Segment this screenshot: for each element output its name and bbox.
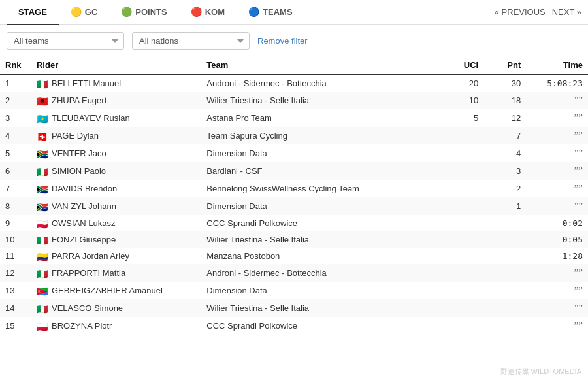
cell-pnt [483, 282, 526, 299]
cell-team: Dimension Data [201, 197, 441, 215]
cell-team: Manzana Postobon [201, 248, 441, 264]
rider-name: FONZI Giuseppe [52, 235, 116, 244]
cell-team: Androni - Sidermec - Bottecchia [201, 264, 441, 282]
cell-rnk: 6 [0, 162, 31, 180]
rider-name: PAGE Dylan [52, 131, 99, 141]
cell-pnt: 2 [483, 180, 526, 197]
rider-flag: 🇮🇹 [37, 236, 48, 244]
cell-pnt [483, 264, 526, 282]
cell-rnk: 13 [0, 282, 31, 299]
cell-team: Androni - Sidermec - Bottecchia [201, 75, 441, 92]
rider-name: TLEUBAYEV Ruslan [52, 113, 130, 123]
cell-rnk: 7 [0, 180, 31, 197]
next-link[interactable]: NEXT » [552, 7, 581, 17]
cell-rider: 🇿🇦VENTER Jaco [31, 144, 201, 162]
table-row: 9🇵🇱OWSIAN LukaszCCC Sprandi Polkowice0:0… [0, 215, 588, 231]
cell-uci [441, 162, 483, 180]
tab-stage-label: STAGE [18, 7, 47, 17]
cell-rnk: 10 [0, 231, 31, 248]
cell-pnt: 12 [483, 109, 526, 127]
cell-uci: 5 [441, 109, 483, 127]
cell-team: Bardiani - CSF [201, 162, 441, 180]
cell-team: Wilier Triestina - Selle Italia [201, 231, 441, 248]
rider-flag: 🇰🇿 [37, 114, 48, 122]
cell-rnk: 1 [0, 75, 31, 92]
table-header-row: Rnk Rider Team UCI Pnt Time [0, 56, 588, 75]
teams-filter[interactable]: All teams [7, 32, 124, 50]
cell-pnt: 18 [483, 92, 526, 109]
tab-points[interactable]: 🟢 POINTS [109, 0, 178, 25]
cell-rnk: 5 [0, 144, 31, 162]
time-same-indicator: ”” [574, 95, 583, 105]
table-row: 10🇮🇹FONZI GiuseppeWilier Triestina - Sel… [0, 231, 588, 248]
rider-flag: 🇿🇦 [37, 203, 48, 210]
rider-flag: 🇮🇹 [37, 305, 48, 312]
rider-flag: 🇿🇦 [37, 185, 48, 193]
time-value: 0:05 [563, 235, 583, 244]
rider-flag: 🇵🇱 [37, 322, 48, 330]
cell-rnk: 3 [0, 109, 31, 127]
rider-name: SIMION Paolo [52, 166, 106, 176]
col-header-pnt: Pnt [483, 56, 526, 75]
cell-uci [441, 264, 483, 282]
cell-pnt: 3 [483, 162, 526, 180]
filter-bar: All teams All nations Remove filter [0, 25, 588, 56]
cell-rider: 🇵🇱OWSIAN Lukasz [31, 215, 201, 231]
rider-name: VAN ZYL Johann [52, 201, 116, 211]
cell-uci [441, 317, 483, 335]
cell-pnt: 30 [483, 75, 526, 92]
rider-flag: 🇮🇹 [37, 269, 48, 277]
previous-link[interactable]: « PREVIOUS [495, 7, 546, 17]
cell-pnt: 7 [483, 127, 526, 144]
cell-uci [441, 127, 483, 144]
tab-kom-label: KOM [205, 7, 225, 17]
time-same-indicator: ”” [574, 201, 583, 211]
cell-rnk: 8 [0, 197, 31, 215]
cell-rider: 🇮🇹VELASCO Simone [31, 299, 201, 317]
cell-pnt [483, 215, 526, 231]
rider-flag: 🇮🇹 [37, 80, 48, 88]
tab-kom[interactable]: 🔴 KOM [179, 0, 237, 25]
rider-name: FRAPPORTI Mattia [52, 268, 125, 278]
nations-filter[interactable]: All nations [132, 32, 250, 50]
time-same-indicator: ”” [574, 148, 583, 158]
cell-rnk: 15 [0, 317, 31, 335]
cell-time: ”” [526, 109, 588, 127]
cell-rnk: 9 [0, 215, 31, 231]
rider-flag: 🇿🇦 [37, 150, 48, 158]
tab-bar: STAGE 🟡 GC 🟢 POINTS 🔴 KOM 🔵 TEAMS « PREV… [0, 0, 588, 25]
cell-team: Bennelong SwissWellness Cycling Team [201, 180, 441, 197]
cell-team: CCC Sprandi Polkowice [201, 317, 441, 335]
table-row: 15🇵🇱BROŻYNA PiotrCCC Sprandi Polkowice”” [0, 317, 588, 335]
cell-time: ”” [526, 264, 588, 282]
col-header-rider: Rider [31, 56, 201, 75]
rider-name: BROŻYNA Piotr [52, 321, 112, 331]
cell-rnk: 2 [0, 92, 31, 109]
rider-flag: 🇮🇹 [37, 167, 48, 175]
time-same-indicator: ”” [574, 183, 583, 193]
cell-rider: 🇿🇦VAN ZYL Johann [31, 197, 201, 215]
table-row: 13🇪🇷GEBREIGZABHIER AmanuelDimension Data… [0, 282, 588, 299]
tab-stage[interactable]: STAGE [7, 1, 59, 25]
table-row: 3🇰🇿TLEUBAYEV RuslanAstana Pro Team512”” [0, 109, 588, 127]
table-row: 2🇦🇱ZHUPA EugertWilier Triestina - Selle … [0, 92, 588, 109]
tab-gc[interactable]: 🟡 GC [59, 0, 110, 25]
table-row: 1🇮🇹BELLETTI ManuelAndroni - Sidermec - B… [0, 75, 588, 92]
cell-rider: 🇮🇹FRAPPORTI Mattia [31, 264, 201, 282]
cell-pnt [483, 231, 526, 248]
time-same-indicator: ”” [574, 165, 583, 176]
tab-teams[interactable]: 🔵 TEAMS [237, 0, 304, 25]
rider-flag: 🇨🇭 [37, 132, 48, 140]
remove-filter-link[interactable]: Remove filter [257, 36, 308, 46]
time-same-indicator: ”” [574, 320, 583, 331]
cell-team: CCC Sprandi Polkowice [201, 215, 441, 231]
rider-flag: 🇪🇷 [37, 287, 48, 295]
rider-flag: 🇦🇱 [37, 97, 48, 105]
cell-rider: 🇮🇹FONZI Giuseppe [31, 231, 201, 248]
tab-teams-label: TEAMS [263, 7, 293, 17]
cell-team: Team Sapura Cycling [201, 127, 441, 144]
cell-rnk: 11 [0, 248, 31, 264]
time-same-indicator: ”” [574, 112, 583, 123]
cell-time: ”” [526, 92, 588, 109]
cell-time: ”” [526, 317, 588, 335]
